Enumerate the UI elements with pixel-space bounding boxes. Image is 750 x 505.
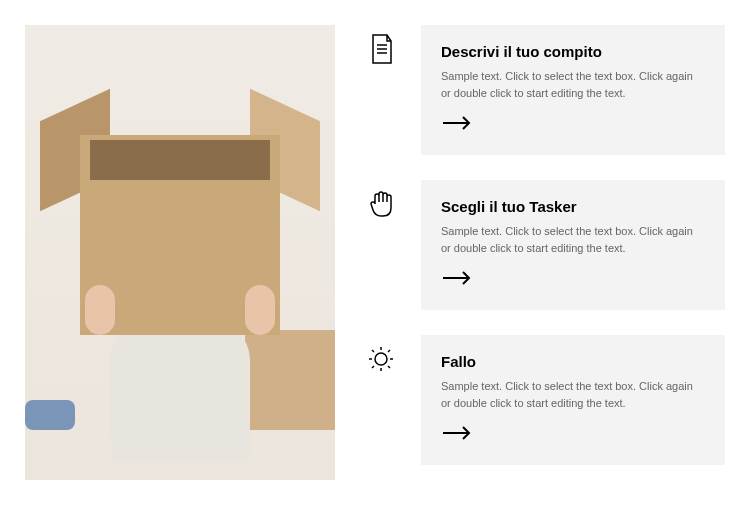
step-card: Descrivi il tuo compito Sample text. Cli… <box>421 25 725 155</box>
hero-image-column <box>25 25 335 480</box>
lightbulb-icon <box>365 335 403 379</box>
step-card: Scegli il tuo Tasker Sample text. Click … <box>421 180 725 310</box>
svg-line-11 <box>388 366 390 368</box>
step-description: Sample text. Click to select the text bo… <box>441 378 705 411</box>
step-title: Descrivi il tuo compito <box>441 43 705 60</box>
step-item: Fallo Sample text. Click to select the t… <box>365 335 725 465</box>
steps-list: Descrivi il tuo compito Sample text. Cli… <box>365 25 725 480</box>
hand-icon <box>365 180 403 224</box>
svg-line-13 <box>388 350 390 352</box>
step-description: Sample text. Click to select the text bo… <box>441 223 705 256</box>
svg-line-10 <box>372 350 374 352</box>
step-description: Sample text. Click to select the text bo… <box>441 68 705 101</box>
step-item: Descrivi il tuo compito Sample text. Cli… <box>365 25 725 155</box>
arrow-right-icon[interactable] <box>441 270 473 286</box>
step-item: Scegli il tuo Tasker Sample text. Click … <box>365 180 725 310</box>
arrow-right-icon[interactable] <box>441 115 473 131</box>
arrow-right-icon[interactable] <box>441 425 473 441</box>
step-card: Fallo Sample text. Click to select the t… <box>421 335 725 465</box>
step-title: Scegli il tuo Tasker <box>441 198 705 215</box>
svg-point-5 <box>375 353 387 365</box>
document-icon <box>365 25 403 69</box>
svg-line-12 <box>372 366 374 368</box>
step-title: Fallo <box>441 353 705 370</box>
hero-image <box>25 25 335 480</box>
